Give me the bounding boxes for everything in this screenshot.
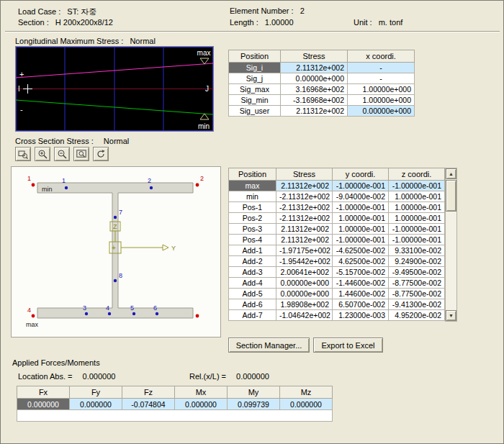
table-row[interactable]: Sig_max 3.16968e+002 1.00000e+000	[229, 84, 415, 95]
stress-cell: -1.97175e+002	[276, 245, 333, 256]
column-header-mx[interactable]: Mx	[175, 386, 228, 399]
longitudinal-title: Longitudinal Maximum Stress :Normal	[15, 37, 156, 45]
z-cell: 1.00000e-001	[389, 213, 445, 224]
table-row[interactable]: min -2.11312e+002 -9.04000e-002 1.00000e…	[229, 191, 445, 202]
section-manager-button[interactable]: Section Manager...	[228, 337, 310, 353]
scroll-down-button[interactable]: ▼	[446, 310, 456, 321]
position-cell: Sig_j	[229, 73, 281, 84]
y-cell: 1.23000e-003	[333, 310, 389, 321]
load-case-label: Load Case :	[18, 7, 60, 16]
table-row[interactable]: Pos-2 -2.11312e+002 1.00000e-001 1.00000…	[229, 213, 445, 224]
x-user-cell[interactable]: 0.00000e+000	[348, 106, 415, 117]
sig-stress-table: Position Stress x coordi. Sig_i 2.11312e…	[228, 50, 415, 117]
origin-label: +	[112, 244, 116, 252]
table-row[interactable]: Add-3 2.00641e+002 -5.15700e-002 -9.4950…	[229, 267, 445, 278]
position-cell: Add-5	[229, 289, 276, 299]
add-label-4: 4	[106, 304, 109, 312]
z-cell: -9.49500e-002	[389, 267, 445, 278]
corner-label-4: 4	[27, 307, 31, 314]
column-header-stress[interactable]: Stress	[276, 168, 333, 181]
table-row[interactable]: Add-2 -1.95442e+002 4.62500e-002 9.24900…	[229, 256, 445, 267]
column-header-fz[interactable]: Fz	[122, 386, 175, 399]
table-row[interactable]: Sig_i 2.11312e+002 -	[229, 63, 415, 73]
negative-sign-label: -	[20, 105, 23, 114]
column-header-fy[interactable]: Fy	[70, 386, 122, 399]
table-row[interactable]: Pos-1 -2.11312e+002 -1.00000e-001 1.0000…	[229, 202, 445, 213]
stress-cell: 0.00000e+000	[276, 289, 333, 299]
header-row: Position Stress x coordi.	[229, 50, 415, 63]
zoom-out-button[interactable]	[54, 147, 70, 161]
stress-cell: 2.11312e+002	[281, 63, 348, 73]
table-row[interactable]: Add-5 0.00000e+000 1.44600e-002 -8.77500…	[229, 289, 445, 299]
cross-section-view[interactable]: Z + Y 1 2 4 min max 1 2 3 4	[11, 166, 221, 337]
add-point-7	[114, 216, 117, 219]
unit-value: m. tonf	[379, 18, 403, 27]
header-row: Position Stress y coordi. z coordi.	[229, 168, 445, 181]
location-abs-field: Location Abs. =0.000000	[18, 372, 115, 381]
element-number-value: 2	[300, 6, 305, 15]
table-row[interactable]: Add-6 1.98908e+002 6.50700e-002 -9.41300…	[229, 299, 445, 310]
position-cell: Sig_i	[229, 63, 281, 73]
empty-cell	[17, 410, 333, 422]
add-label-7: 7	[119, 209, 122, 216]
column-header-y-coordi[interactable]: y coordi.	[333, 168, 389, 181]
zoom-out-icon	[57, 149, 67, 159]
y-cell: -5.15700e-002	[333, 267, 389, 278]
table-row[interactable]: Pos-3 2.11312e+002 1.00000e-001 -1.00000…	[229, 224, 445, 235]
redraw-button[interactable]	[93, 147, 109, 161]
position-cell: Add-4	[229, 278, 276, 289]
x-cell: -	[348, 73, 415, 84]
corner-point-4	[32, 314, 35, 318]
y-cell: 4.62500e-002	[333, 256, 389, 267]
table-row[interactable]: Sig_min -3.16968e+002 1.00000e+000	[229, 95, 415, 106]
scroll-up-button[interactable]: ▲	[446, 168, 456, 179]
column-header-position[interactable]: Position	[229, 50, 281, 63]
position-cell: Add-3	[229, 267, 276, 278]
position-cell: Add-6	[229, 299, 276, 310]
table-row[interactable]: Add-4 0.00000e+000 -1.44600e-002 -8.7750…	[229, 278, 445, 289]
stress-cell: 2.11312e+002	[276, 235, 333, 245]
column-header-mz[interactable]: Mz	[280, 386, 333, 399]
column-header-fx[interactable]: Fx	[17, 386, 70, 399]
table-row[interactable]: Add-7 -1.04642e+002 1.23000e-003 4.95200…	[229, 310, 445, 321]
y-cell: -1.00000e-001	[333, 181, 389, 191]
y-cell: -4.62500e-002	[333, 245, 389, 256]
scrollbar-thumb[interactable]	[446, 180, 456, 212]
table-row[interactable]: Add-1 -1.97175e+002 -4.62500e-002 9.3310…	[229, 245, 445, 256]
position-stress-table: Position Stress y coordi. z coordi. max …	[228, 168, 445, 321]
table-scrollbar[interactable]: ▲ ▼	[445, 168, 457, 322]
table-row[interactable]: 0.000000 0.000000 -0.074804 0.000000 0.0…	[17, 399, 333, 410]
table-row[interactable]: max 2.11312e+002 -1.00000e-001 -1.00000e…	[229, 181, 445, 191]
column-header-x-coordi[interactable]: x coordi.	[348, 50, 415, 63]
zoom-in-icon	[37, 149, 48, 159]
corner-label-2: 2	[200, 175, 204, 182]
export-to-excel-button[interactable]: Export to Excel	[313, 337, 383, 353]
z-axis-label: Z	[113, 223, 117, 230]
column-header-stress[interactable]: Stress	[281, 50, 348, 63]
longitudinal-stress-chart[interactable]: max min I J + -	[15, 46, 214, 132]
z-cell: -9.41300e-002	[389, 299, 445, 310]
position-cell: Pos-1	[229, 202, 276, 213]
z-cell: 1.00000e-001	[389, 191, 445, 202]
zoom-fit-button[interactable]	[73, 147, 89, 161]
column-header-z-coordi[interactable]: z coordi.	[389, 168, 445, 181]
position-cell: Add-1	[229, 245, 276, 256]
redraw-icon	[96, 149, 106, 159]
y-cell: -1.44600e-002	[333, 278, 389, 289]
x-cell: -	[348, 63, 415, 73]
column-header-my[interactable]: My	[228, 386, 280, 399]
table-row[interactable]: Pos-4 2.11312e+002 -1.00000e-001 -1.0000…	[229, 235, 445, 245]
add-label-5: 5	[130, 304, 134, 312]
zoom-window-button[interactable]	[15, 147, 31, 161]
location-rel-label: Rel.(x/L) =	[189, 372, 226, 381]
zoom-in-button[interactable]	[35, 147, 50, 161]
node-i-label: I	[18, 85, 20, 93]
arrow-down-icon: ▼	[449, 313, 454, 318]
table-row[interactable]: Sig_j 0.00000e+000 -	[229, 73, 415, 84]
table-row[interactable]: Sig_user 2.11312e+002 0.00000e+000	[229, 106, 415, 117]
length-value: 1.00000	[265, 18, 294, 27]
column-header-position[interactable]: Position	[229, 168, 276, 181]
position-cell: min	[229, 191, 276, 202]
stress-cell: -1.04642e+002	[276, 310, 333, 321]
add-point-6	[156, 312, 158, 315]
